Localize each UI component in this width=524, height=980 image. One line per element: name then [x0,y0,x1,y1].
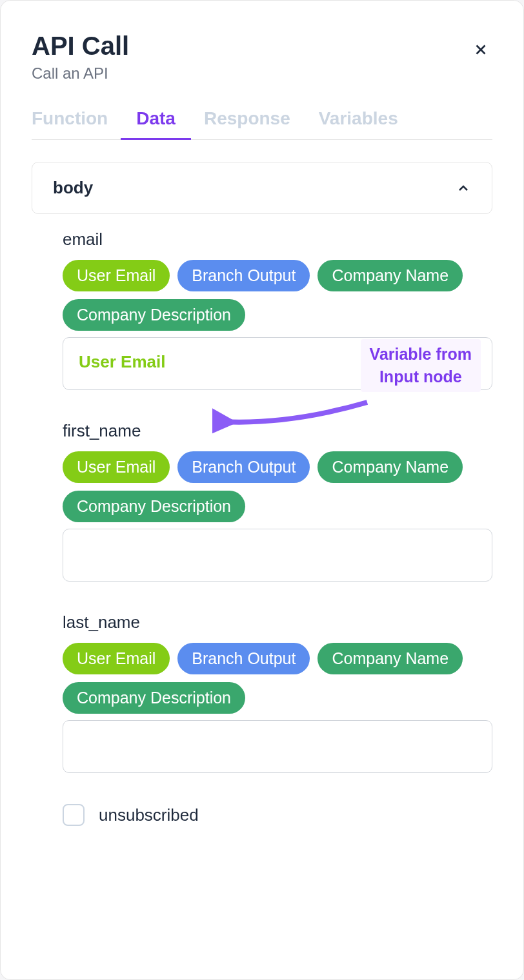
pill-branch-output[interactable]: Branch Output [177,451,310,483]
field-first-name: first_name User Email Branch Output Comp… [63,421,492,582]
field-label-last-name: last_name [63,612,492,632]
close-icon [472,41,489,58]
field-unsubscribed: unsubscribed [63,804,492,826]
field-label-first-name: first_name [63,421,492,441]
pill-user-email[interactable]: User Email [63,643,170,674]
title-block: API Call Call an API [32,32,129,83]
panel-title: API Call [32,32,129,61]
annotation-label: Variable from Input node [361,339,481,392]
tab-function[interactable]: Function [32,102,108,139]
pill-user-email[interactable]: User Email [63,260,170,291]
checkbox-label-unsubscribed: unsubscribed [99,805,199,825]
panel-subtitle: Call an API [32,64,129,83]
chevron-up-icon [456,181,471,196]
section-body-toggle[interactable]: body [32,162,492,214]
variable-pills-last-name: User Email Branch Output Company Name Co… [63,643,492,714]
annotation-line1: Variable from [370,343,472,366]
tab-data[interactable]: Data [136,102,176,139]
pill-user-email[interactable]: User Email [63,451,170,483]
input-last-name[interactable] [63,720,492,773]
pill-branch-output[interactable]: Branch Output [177,643,310,674]
tab-variables[interactable]: Variables [319,102,398,139]
input-first-name[interactable] [63,529,492,582]
pill-company-name[interactable]: Company Name [317,451,463,483]
pill-company-description[interactable]: Company Description [63,299,245,331]
variable-pills-email: User Email Branch Output Company Name Co… [63,260,492,331]
pill-company-description[interactable]: Company Description [63,682,245,714]
variable-pills-first-name: User Email Branch Output Company Name Co… [63,451,492,522]
section-label: body [53,178,93,198]
pill-company-description[interactable]: Company Description [63,491,245,522]
annotation-line2: Input node [370,366,472,388]
tabs: Function Data Response Variables [32,102,492,140]
checkbox-unsubscribed[interactable] [63,804,85,826]
pill-company-name[interactable]: Company Name [317,260,463,291]
close-button[interactable] [469,38,492,61]
field-label-email: email [63,230,492,250]
pill-branch-output[interactable]: Branch Output [177,260,310,291]
api-call-panel: API Call Call an API Function Data Respo… [0,0,524,980]
pill-company-name[interactable]: Company Name [317,643,463,674]
field-last-name: last_name User Email Branch Output Compa… [63,612,492,773]
header: API Call Call an API [32,32,492,83]
tab-response[interactable]: Response [204,102,290,139]
